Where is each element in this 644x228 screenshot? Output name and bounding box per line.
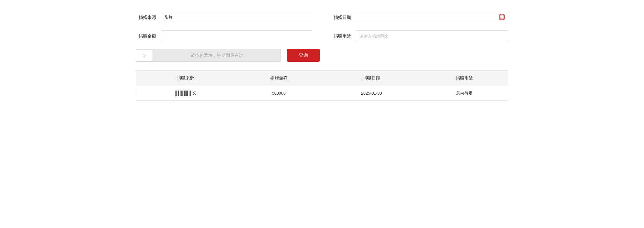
slider-row: » 请按住滑块，拖动到最右边 查询 xyxy=(136,49,508,62)
cell-purpose: 意向待定 xyxy=(420,86,508,101)
source-name: 义 xyxy=(192,91,196,96)
source-cell: 义 xyxy=(142,91,229,96)
slider-container[interactable]: » 请按住滑块，拖动到最右边 xyxy=(136,49,281,62)
source-input[interactable] xyxy=(161,12,313,23)
query-button[interactable]: 查询 xyxy=(287,49,320,62)
table-section: 捐赠来源 捐赠金额 捐赠日期 捐赠用途 xyxy=(136,70,508,101)
form-row-1: 捐赠来源 捐赠日期 xyxy=(136,12,508,23)
barcode-graphic xyxy=(175,91,191,96)
purpose-field: 捐赠用途 xyxy=(331,30,508,42)
date-input-wrapper xyxy=(356,12,508,23)
date-input[interactable] xyxy=(356,12,508,23)
cell-source: 义 xyxy=(136,86,235,101)
form-section: 捐赠来源 捐赠日期 xyxy=(136,12,508,62)
data-table: 捐赠来源 捐赠金额 捐赠日期 捐赠用途 xyxy=(136,71,508,100)
form-row-2: 捐赠金额 捐赠用途 xyxy=(136,30,508,42)
col-header-amount: 捐赠金额 xyxy=(235,71,323,86)
page-container: 捐赠来源 捐赠日期 xyxy=(118,0,526,112)
col-header-date: 捐赠日期 xyxy=(323,71,420,86)
amount-field: 捐赠金额 xyxy=(136,30,313,42)
col-header-purpose: 捐赠用途 xyxy=(420,71,508,86)
purpose-label: 捐赠用途 xyxy=(331,33,351,39)
date-label: 捐赠日期 xyxy=(331,15,351,20)
table-row: 义 500000 2025-01-08 意向待定 xyxy=(136,86,508,101)
cell-amount: 500000 xyxy=(235,86,323,101)
cell-date: 2025-01-08 xyxy=(323,86,420,101)
amount-input[interactable] xyxy=(161,30,313,42)
source-label: 捐赠来源 xyxy=(136,15,156,20)
slider-handle[interactable]: » xyxy=(136,49,153,61)
source-field: 捐赠来源 xyxy=(136,12,313,23)
slider-text: 请按住滑块，拖动到最右边 xyxy=(153,53,281,58)
date-field: 捐赠日期 xyxy=(331,12,508,23)
amount-label: 捐赠金额 xyxy=(136,33,156,39)
col-header-source: 捐赠来源 xyxy=(136,71,235,86)
slider-handle-icon: » xyxy=(143,53,146,58)
table-header-row: 捐赠来源 捐赠金额 捐赠日期 捐赠用途 xyxy=(136,71,508,86)
purpose-input[interactable] xyxy=(356,30,508,42)
